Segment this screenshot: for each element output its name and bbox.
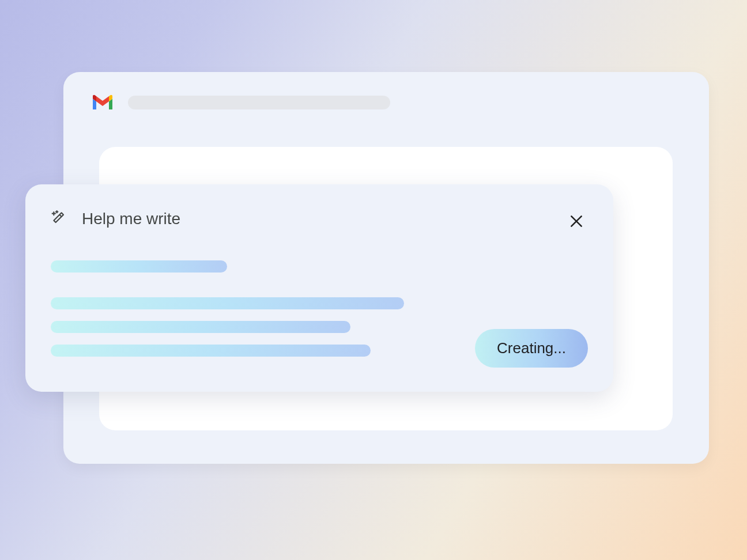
magic-wand-icon bbox=[51, 210, 69, 228]
skeleton-line bbox=[51, 260, 227, 273]
panel-title: Help me write bbox=[82, 210, 588, 228]
close-icon bbox=[569, 214, 584, 229]
gmail-logo-icon bbox=[91, 94, 114, 111]
close-button[interactable] bbox=[568, 213, 584, 229]
search-bar-placeholder[interactable] bbox=[128, 96, 390, 109]
creating-status-button[interactable]: Creating... bbox=[475, 329, 588, 368]
help-me-write-panel: Help me write Creating... bbox=[25, 184, 613, 392]
skeleton-line bbox=[51, 297, 404, 309]
panel-header: Help me write bbox=[51, 210, 588, 228]
skeleton-line bbox=[51, 321, 350, 333]
gmail-header bbox=[63, 72, 709, 128]
skeleton-line bbox=[51, 345, 371, 357]
